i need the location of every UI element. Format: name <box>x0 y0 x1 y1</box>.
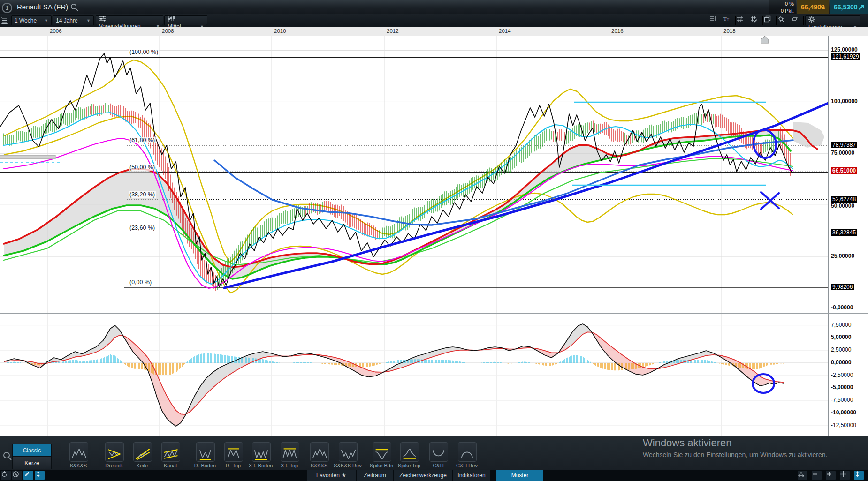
symbol-number-badge: 1 <box>2 3 12 13</box>
gear-icon <box>808 16 815 23</box>
tab-muster[interactable]: Muster <box>496 470 543 481</box>
text-size-icon[interactable]: TT <box>723 15 735 25</box>
pattern-button-f3boden[interactable] <box>252 442 271 462</box>
axis-tick-label: -2,50000 <box>831 372 853 378</box>
price-axis[interactable]: 125,00000121,61929100,0000078,9738775,00… <box>828 36 868 436</box>
year-tick-label: 2014 <box>499 28 511 34</box>
chart-list-icon[interactable] <box>1 15 10 25</box>
tab-favoriten[interactable]: Favoriten ★ <box>307 470 356 481</box>
refresh-button[interactable] <box>1 471 11 480</box>
pattern-button-f3top[interactable] <box>281 442 299 462</box>
pattern-button-spikebdn[interactable] <box>373 442 391 462</box>
minus-button[interactable] <box>812 471 822 480</box>
left-price-marker <box>0 155 55 159</box>
period-dropdown[interactable]: 1 Woche▼ <box>11 15 52 25</box>
pattern-button-dreieck[interactable] <box>105 442 124 462</box>
pencil-button[interactable] <box>23 471 33 480</box>
divider <box>735 16 736 25</box>
pattern-label: Kanal <box>152 463 189 468</box>
list2-icon[interactable] <box>709 15 722 25</box>
divider <box>803 16 804 25</box>
fib-level-label: (38,20 %) <box>129 191 156 198</box>
pattern-button-keile[interactable] <box>133 442 152 462</box>
tab-indikatoren[interactable]: Indikatoren <box>453 470 490 481</box>
divider <box>790 16 790 25</box>
title-bar: 1 Renault SA (FR) 0 % 0 Pkt. 66,4900 66,… <box>0 0 868 15</box>
pattern-button-spiketop[interactable] <box>400 442 419 462</box>
sliders-icon <box>99 16 106 22</box>
fib-level-label: (50,00 %) <box>129 164 156 171</box>
bottom-tab-bar: Favoriten ★ZeitraumZeichenwerkzeugeIndik… <box>0 470 868 481</box>
bid-down-arrow-icon <box>819 4 826 10</box>
updown-button[interactable] <box>35 471 45 480</box>
year-tick-label: 2012 <box>387 28 399 34</box>
settings-button[interactable]: Einstellungen▼ <box>805 15 860 25</box>
divider <box>722 16 722 25</box>
level-badge: 121,61929 <box>831 53 860 60</box>
shape-icon[interactable] <box>791 15 803 25</box>
chart-area[interactable] <box>0 36 828 436</box>
axis-tick-label: -7,50000 <box>831 397 853 403</box>
mode-kerze-button[interactable]: Kerze <box>12 457 52 469</box>
search-icon[interactable] <box>70 3 78 11</box>
pattern-label: S&K&S <box>60 463 97 468</box>
pattern-label: C&H Rev <box>448 463 486 468</box>
axis-home-marker <box>761 36 769 43</box>
year-tick-label: 2018 <box>723 28 736 34</box>
pattern-button-kanal[interactable] <box>161 442 180 462</box>
updown-button[interactable] <box>854 471 864 480</box>
hand-drawn-annotations <box>752 128 779 393</box>
candlestick-icon <box>168 16 175 22</box>
cloud-forecast <box>793 122 824 148</box>
chevron-down-icon: ▼ <box>86 16 91 25</box>
axis-tick-label: -5,00000 <box>831 384 853 391</box>
pattern-button-dtop[interactable] <box>224 442 243 462</box>
pattern-button-chrev[interactable] <box>458 442 477 462</box>
price-chart[interactable] <box>0 36 828 436</box>
noentry-button[interactable] <box>12 471 22 480</box>
tab-zeitraum[interactable]: Zeitraum <box>357 470 393 481</box>
range-dropdown[interactable]: 14 Jahre▼ <box>53 15 94 25</box>
change-percent: 0 % <box>769 0 794 7</box>
axis-tick-label: 50,00000 <box>831 203 854 209</box>
level-badge: 52,62748 <box>831 196 857 203</box>
level-badge: 9,98206 <box>831 284 854 290</box>
pattern-button-dboden[interactable] <box>196 442 215 462</box>
tab-zeichenwerkzeuge[interactable]: Zeichenwerkzeuge <box>394 470 452 481</box>
pattern-button-ch[interactable] <box>429 442 448 462</box>
axis-tick-label: 125,00000 <box>831 46 858 53</box>
windows-icon[interactable] <box>764 15 776 25</box>
pattern-button-skks[interactable] <box>69 442 88 462</box>
grid-edit-icon[interactable] <box>750 15 762 25</box>
fib-level-label: (100,00 %) <box>129 49 159 55</box>
fib-level-label: (0,00 %) <box>129 279 152 286</box>
ask-box[interactable]: 66,5300 <box>830 0 868 14</box>
presets-dropdown[interactable]: Voreinstellungen▼ <box>96 15 163 25</box>
bid-box[interactable]: 66,4900 <box>797 0 829 14</box>
pattern-search-icon[interactable] <box>3 451 12 461</box>
time-axis: 2006200820102012201420162018 <box>0 27 868 37</box>
chart-type-dropdown[interactable]: Mittel▼ <box>164 15 207 25</box>
plus-button[interactable] <box>826 471 836 480</box>
price-line <box>0 53 793 287</box>
axis-tick-label: -10,00000 <box>831 409 856 416</box>
fib-level-label: (61,80 %) <box>129 137 156 143</box>
svg-text:T: T <box>727 18 729 22</box>
instrument-title: Renault SA (FR) <box>17 3 68 11</box>
mode-classic-button[interactable]: Classic <box>12 444 52 457</box>
last-price-badge: 66,51000 <box>831 167 857 174</box>
fib-level-label: (23,60 %) <box>129 225 156 231</box>
windows-watermark-title: Windows aktivieren <box>643 437 732 449</box>
crosshair-icon[interactable] <box>777 15 790 25</box>
grid-icon[interactable] <box>737 15 749 25</box>
pattern-button-skks[interactable] <box>310 442 329 462</box>
macd-signal-line <box>4 332 784 414</box>
divider <box>365 443 365 460</box>
fit-button[interactable] <box>798 471 807 480</box>
pattern-button-skksrev[interactable] <box>339 442 358 462</box>
change-box: 0 % 0 Pkt. <box>769 0 796 14</box>
grid <box>0 36 828 436</box>
svg-text:T: T <box>723 16 727 22</box>
panel-separator[interactable] <box>0 313 868 314</box>
crossplus-button[interactable] <box>840 471 850 480</box>
